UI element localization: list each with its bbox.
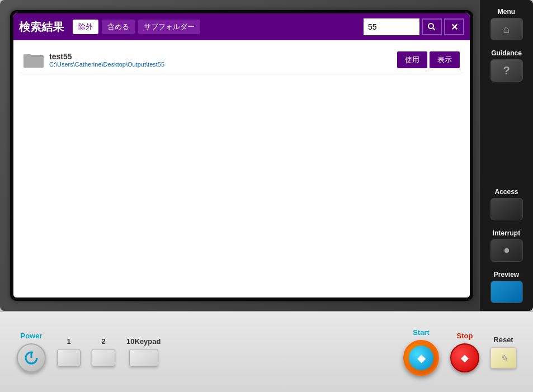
- menu-label: Menu: [498, 8, 515, 16]
- start-button[interactable]: ◆: [403, 340, 439, 376]
- start-label: Start: [413, 328, 430, 337]
- key2-item: 2: [92, 337, 115, 367]
- filter-exclude-button[interactable]: 除外: [73, 20, 98, 34]
- start-item: Start ◆: [403, 328, 439, 376]
- interrupt-indicator: [504, 248, 509, 253]
- keypad-item: 10Keypad: [126, 337, 161, 367]
- reset-button[interactable]: ✎: [490, 347, 516, 369]
- folder-icon: [23, 52, 44, 68]
- power-button[interactable]: [17, 343, 46, 372]
- search-button[interactable]: [422, 18, 442, 35]
- keypad-label: 10Keypad: [126, 337, 161, 346]
- help-icon: ?: [503, 64, 510, 77]
- preview-label: Preview: [494, 271, 519, 278]
- svg-line-1: [433, 28, 435, 30]
- sidebar-item-menu: Menu ⌂: [480, 6, 533, 42]
- reset-label: Reset: [493, 336, 513, 344]
- key2-label: 2: [101, 337, 105, 346]
- use-button[interactable]: 使用: [397, 51, 427, 68]
- interrupt-button[interactable]: [490, 239, 523, 262]
- power-icon: [23, 350, 39, 366]
- svg-rect-4: [23, 54, 31, 58]
- svg-point-0: [428, 23, 433, 29]
- interrupt-label: Interrupt: [493, 229, 520, 237]
- sidebar-item-guidance: Guidance ?: [480, 47, 533, 84]
- sidebar-item-interrupt: Interrupt: [480, 227, 533, 264]
- close-button[interactable]: ✕: [444, 18, 464, 35]
- start-icon: ◆: [417, 351, 426, 365]
- guidance-button[interactable]: ?: [490, 59, 523, 82]
- access-label: Access: [494, 188, 518, 196]
- result-info: test55 C:\Users\Catherine\Desktop\Output…: [49, 52, 392, 68]
- filter-subfolder-button[interactable]: サブフォルダー: [138, 20, 200, 34]
- key1-item: 1: [57, 337, 81, 367]
- result-actions: 使用 表示: [397, 51, 460, 68]
- stop-label: Stop: [457, 332, 473, 340]
- stop-icon: ◆: [461, 352, 469, 364]
- power-label: Power: [20, 332, 42, 340]
- keypad-button[interactable]: [129, 349, 158, 367]
- page-title: 検索結果: [19, 20, 64, 35]
- svg-rect-3: [23, 56, 44, 68]
- access-button[interactable]: [490, 198, 523, 220]
- right-sidebar: Menu ⌂ Guidance ? Access Interrupt Previ…: [480, 0, 533, 311]
- preview-button[interactable]: [490, 281, 523, 303]
- key1-button[interactable]: [57, 349, 81, 367]
- reset-item: Reset ✎: [490, 336, 516, 369]
- power-item: Power: [17, 332, 46, 372]
- search-input[interactable]: [364, 18, 419, 35]
- result-name: test55: [49, 52, 392, 61]
- home-icon: ⌂: [503, 23, 510, 36]
- reset-icon: ✎: [500, 353, 507, 363]
- sidebar-item-access: Access: [480, 186, 533, 223]
- key2-button[interactable]: [92, 349, 115, 367]
- guidance-label: Guidance: [491, 49, 522, 57]
- stop-button[interactable]: ◆: [450, 343, 479, 372]
- show-button[interactable]: 表示: [430, 51, 460, 68]
- filter-include-button[interactable]: 含める: [102, 20, 135, 34]
- stop-item: Stop ◆: [450, 332, 479, 372]
- result-path: C:\Users\Catherine\Desktop\Output\test55: [49, 61, 392, 68]
- menu-button[interactable]: ⌂: [490, 18, 523, 40]
- key1-label: 1: [67, 337, 70, 346]
- result-item: test55 C:\Users\Catherine\Desktop\Output…: [20, 47, 463, 73]
- bottom-panel: Power 1 2 10Keypad Start ◆ Stop ◆: [0, 311, 533, 392]
- sidebar-item-preview: Preview: [480, 268, 533, 305]
- start-inner: ◆: [409, 346, 433, 370]
